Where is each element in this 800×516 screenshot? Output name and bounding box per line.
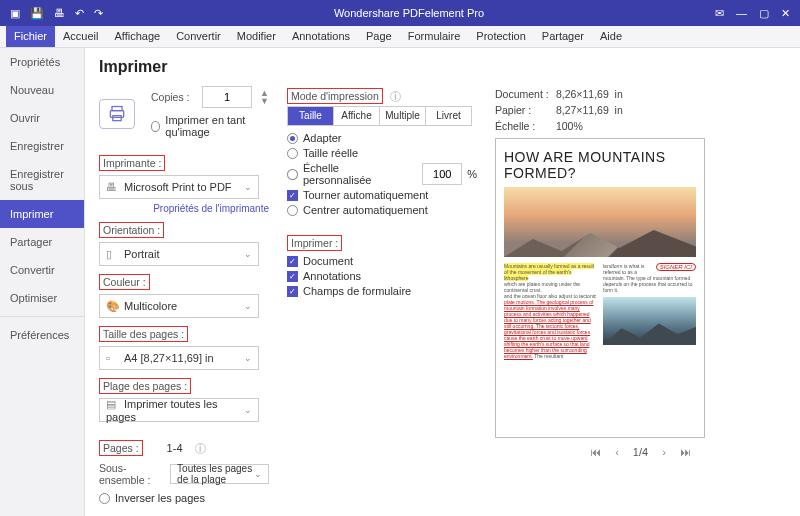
- fit-radio[interactable]: Adapter: [287, 132, 477, 144]
- menu-convertir[interactable]: Convertir: [168, 26, 229, 47]
- svg-rect-2: [113, 115, 121, 120]
- printer-properties-link[interactable]: Propriétés de l'imprimante: [99, 203, 269, 214]
- preview-text-right: SIGNER ICI landform is what is referred …: [603, 263, 696, 359]
- close-button[interactable]: ✕: [781, 7, 790, 20]
- sidebar-optimiser[interactable]: Optimiser: [0, 284, 84, 312]
- print-formfields-check[interactable]: ✓Champs de formulaire: [287, 285, 477, 297]
- sidebar-convertir[interactable]: Convertir: [0, 256, 84, 284]
- menu-page[interactable]: Page: [358, 26, 400, 47]
- menu-protection[interactable]: Protection: [468, 26, 534, 47]
- pages-value: 1-4: [167, 442, 183, 454]
- sidebar-partager[interactable]: Partager: [0, 228, 84, 256]
- info-scale: Échelle : 100%: [495, 120, 786, 132]
- print-icon[interactable]: 🖶: [54, 7, 65, 20]
- menu-partager[interactable]: Partager: [534, 26, 592, 47]
- custom-scale-input[interactable]: [422, 163, 462, 185]
- color-label: Couleur :: [99, 274, 150, 290]
- menu-fichier[interactable]: Fichier: [6, 26, 55, 47]
- info-document: Document : 8,26×11,69 in: [495, 88, 786, 100]
- page-title: Imprimer: [99, 58, 269, 76]
- minimize-button[interactable]: —: [736, 7, 747, 19]
- tab-livret[interactable]: Livret: [426, 107, 471, 125]
- save-icon[interactable]: 💾: [30, 7, 44, 20]
- tab-multiple[interactable]: Multiple: [380, 107, 426, 125]
- sidebar-imprimer[interactable]: Imprimer: [0, 200, 84, 228]
- mail-icon[interactable]: ✉: [715, 7, 724, 20]
- copies-label: Copies :: [151, 91, 190, 103]
- stamp-badge: SIGNER ICI: [656, 263, 696, 271]
- pages-info-icon[interactable]: i: [195, 443, 206, 454]
- color-select[interactable]: 🎨Multicolore⌄: [99, 294, 259, 318]
- pager-last[interactable]: ⏭: [680, 446, 691, 458]
- undo-icon[interactable]: ↶: [75, 7, 84, 20]
- menu-formulaire[interactable]: Formulaire: [400, 26, 469, 47]
- preview-pager: ⏮ ‹ 1/4 › ⏭: [495, 446, 786, 458]
- pages-label: Pages :: [99, 440, 143, 456]
- svg-rect-0: [112, 106, 122, 110]
- pager-prev[interactable]: ‹: [615, 446, 619, 458]
- sidebar-ouvrir[interactable]: Ouvrir: [0, 104, 84, 132]
- print-mode-label: Mode d'impression: [287, 88, 383, 104]
- subset-label: Sous-ensemble :: [99, 462, 162, 486]
- menu-affichage[interactable]: Affichage: [106, 26, 168, 47]
- print-document-check[interactable]: ✓Document: [287, 255, 477, 267]
- print-mode-tabs: Taille Affiche Multiple Livret: [287, 106, 472, 126]
- file-sidebar: Propriétés Nouveau Ouvrir Enregistrer En…: [0, 48, 85, 516]
- copies-input[interactable]: [202, 86, 252, 108]
- auto-center-radio[interactable]: Centrer automatiquement: [287, 204, 477, 216]
- copies-stepper[interactable]: ▲▼: [260, 89, 269, 105]
- window-title: Wondershare PDFelement Pro: [113, 7, 705, 19]
- redo-icon[interactable]: ↷: [94, 7, 103, 20]
- pager-first[interactable]: ⏮: [590, 446, 601, 458]
- preview-text-left: Mountains are usually formed as a result…: [504, 263, 597, 359]
- sidebar-proprietes[interactable]: Propriétés: [0, 48, 84, 76]
- subset-select[interactable]: Toutes les pages de la plage⌄: [170, 464, 269, 484]
- pagesize-label: Taille des pages :: [99, 326, 188, 342]
- orientation-label: Orientation :: [99, 222, 164, 238]
- tab-taille[interactable]: Taille: [288, 107, 334, 125]
- app-logo-icon: ▣: [10, 7, 20, 20]
- preview-small-image: [603, 297, 696, 345]
- pager-next[interactable]: ›: [662, 446, 666, 458]
- custom-scale-radio[interactable]: Échelle personnalisée %: [287, 162, 477, 186]
- maximize-button[interactable]: ▢: [759, 7, 769, 20]
- print-as-image-radio[interactable]: Imprimer en tant qu'image: [151, 114, 269, 138]
- pager-status: 1/4: [633, 446, 648, 458]
- title-bar: ▣ 💾 🖶 ↶ ↷ Wondershare PDFelement Pro ✉ —…: [0, 0, 800, 26]
- pagerange-label: Plage des pages :: [99, 378, 191, 394]
- sidebar-enregistrer[interactable]: Enregistrer: [0, 132, 84, 160]
- print-preview: HOW ARE MOUNTAINS FORMED? Mountains are …: [495, 138, 705, 438]
- auto-rotate-check[interactable]: ✓Tourner automatiquement: [287, 189, 477, 201]
- menu-modifier[interactable]: Modifier: [229, 26, 284, 47]
- sidebar-preferences[interactable]: Préférences: [0, 321, 84, 349]
- actual-radio[interactable]: Taille réelle: [287, 147, 477, 159]
- preview-hero-image: [504, 187, 696, 257]
- preview-headline: HOW ARE MOUNTAINS FORMED?: [504, 149, 696, 181]
- orientation-select[interactable]: ▯Portrait⌄: [99, 242, 259, 266]
- print-annotations-check[interactable]: ✓Annotations: [287, 270, 477, 282]
- printer-label: Imprimante :: [99, 155, 165, 171]
- menu-aide[interactable]: Aide: [592, 26, 630, 47]
- mode-info-icon[interactable]: i: [390, 91, 401, 102]
- tab-affiche[interactable]: Affiche: [334, 107, 380, 125]
- pagesize-select[interactable]: ▫A4 [8,27×11,69] in⌄: [99, 346, 259, 370]
- menu-bar: Fichier Accueil Affichage Convertir Modi…: [0, 26, 800, 48]
- info-paper: Papier : 8,27×11,69 in: [495, 104, 786, 116]
- pagerange-select[interactable]: ▤Imprimer toutes les pages⌄: [99, 398, 259, 422]
- printer-icon: [99, 99, 135, 129]
- sidebar-enregistrer-sous[interactable]: Enregistrer sous: [0, 160, 84, 200]
- menu-annotations[interactable]: Annotations: [284, 26, 358, 47]
- print-section-label: Imprimer :: [287, 235, 342, 251]
- reverse-pages-radio[interactable]: Inverser les pages: [99, 492, 269, 504]
- menu-accueil[interactable]: Accueil: [55, 26, 106, 47]
- printer-select[interactable]: 🖶Microsoft Print to PDF⌄: [99, 175, 259, 199]
- sidebar-nouveau[interactable]: Nouveau: [0, 76, 84, 104]
